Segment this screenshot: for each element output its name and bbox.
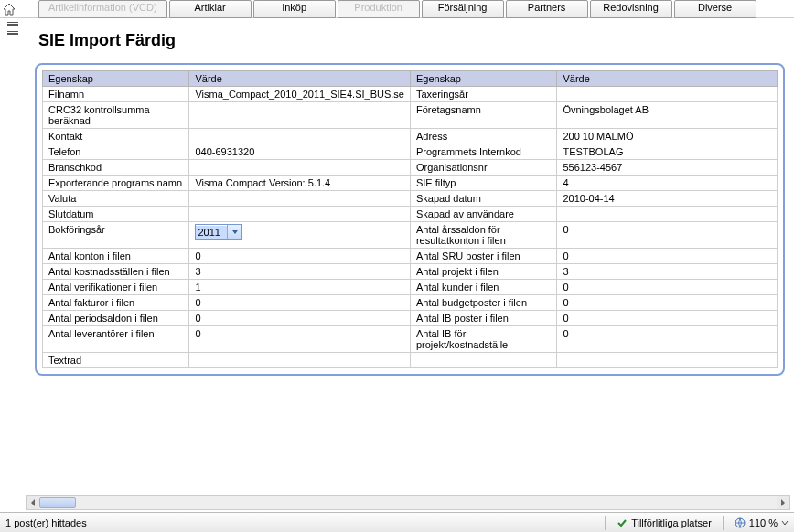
page-title: SIE Import Färdig bbox=[26, 18, 794, 56]
property-value bbox=[557, 207, 778, 222]
table-row: ValutaSkapad datum2010-04-14 bbox=[43, 191, 778, 207]
column-header: Värde bbox=[189, 71, 411, 87]
property-key: Telefon bbox=[43, 144, 189, 160]
year-combo-input[interactable] bbox=[196, 226, 227, 239]
status-right: Tillförlitliga platser 110 % bbox=[605, 516, 789, 530]
tab-0: Artikelinformation (VCD) bbox=[38, 0, 167, 18]
property-key: Programmets Internkod bbox=[410, 144, 556, 160]
property-key: Skapad datum bbox=[410, 191, 556, 207]
property-key: Antal IB för projekt/kostnadställe bbox=[410, 326, 556, 353]
property-key: Antal periodsaldon i filen bbox=[43, 311, 189, 326]
table-row: FilnamnVisma_Compact_2010_2011_SIE4.SI_B… bbox=[43, 87, 778, 102]
property-value: 0 bbox=[189, 311, 411, 326]
property-key: Antal verifikationer i filen bbox=[43, 280, 189, 295]
status-separator bbox=[723, 516, 724, 530]
chevron-down-icon[interactable] bbox=[781, 519, 789, 527]
property-key: Slutdatum bbox=[43, 207, 189, 222]
content-area: SIE Import Färdig EgenskapVärdeEgenskapV… bbox=[26, 18, 794, 495]
property-key: Skapad av användare bbox=[410, 207, 556, 222]
table-row: Textrad bbox=[43, 353, 778, 368]
property-value: Visma_Compact_2010_2011_SIE4.SI_BUS.se bbox=[189, 87, 411, 102]
property-value bbox=[189, 129, 411, 144]
property-value: 0 bbox=[557, 295, 778, 311]
property-key: Antal leverantörer i filen bbox=[43, 326, 189, 353]
property-key: Adress bbox=[410, 129, 556, 144]
property-value: 1 bbox=[189, 280, 411, 295]
table-row: Antal fakturor i filen0Antal budgetposte… bbox=[43, 295, 778, 311]
property-key: Valuta bbox=[43, 191, 189, 207]
property-value: 0 bbox=[557, 222, 778, 249]
property-key: Antal fakturor i filen bbox=[43, 295, 189, 311]
property-key: Textrad bbox=[43, 353, 189, 368]
column-header: Egenskap bbox=[410, 71, 556, 87]
property-key: Antal projekt i filen bbox=[410, 264, 556, 280]
property-value: 200 10 MALMÖ bbox=[557, 129, 778, 144]
table-row: KontaktAdress 200 10 MALMÖ bbox=[43, 129, 778, 144]
property-key: Bokföringsår bbox=[43, 222, 189, 249]
table-row: BranschkodOrganisationsnr556123-4567 bbox=[43, 160, 778, 176]
property-value: 0 bbox=[189, 326, 411, 353]
property-value: 0 bbox=[189, 249, 411, 264]
checkmark-icon bbox=[617, 517, 628, 528]
property-value bbox=[189, 160, 411, 176]
table-row: Antal verifikationer i filen1Antal kunde… bbox=[43, 280, 778, 295]
property-key: Antal IB poster i filen bbox=[410, 311, 556, 326]
scroll-right-arrow[interactable] bbox=[777, 496, 789, 509]
trust-status: Tillförlitliga platser bbox=[617, 517, 712, 528]
tab-6[interactable]: Redovisning bbox=[590, 0, 672, 18]
property-key: Organisationsnr bbox=[410, 160, 556, 176]
property-key: SIE filtyp bbox=[410, 176, 556, 191]
tab-1[interactable]: Artiklar bbox=[169, 0, 252, 18]
rail-menu-icon-2[interactable] bbox=[7, 31, 18, 35]
year-combo[interactable] bbox=[195, 224, 242, 240]
tab-3: Produktion bbox=[338, 0, 420, 18]
property-value: 556123-4567 bbox=[557, 160, 778, 176]
property-value: 0 bbox=[557, 326, 778, 353]
rail-menu-icon[interactable] bbox=[7, 22, 18, 26]
property-key: Antal SRU poster i filen bbox=[410, 249, 556, 264]
app-window: Artikelinformation (VCD)ArtiklarInköpPro… bbox=[0, 0, 794, 532]
left-rail bbox=[0, 18, 26, 494]
tab-4[interactable]: Försäljning bbox=[422, 0, 504, 18]
property-value: 2010-04-14 bbox=[557, 191, 778, 207]
table-row: Antal konton i filen0Antal SRU poster i … bbox=[43, 249, 778, 264]
table-row: CRC32 kontrollsumma beräknadFöretagsnamn… bbox=[43, 102, 778, 129]
property-value bbox=[189, 191, 411, 207]
table-header-row: EgenskapVärdeEgenskapVärde bbox=[43, 71, 778, 87]
property-key: Antal årssaldon för resultatkonton i fil… bbox=[410, 222, 556, 249]
properties-panel: EgenskapVärdeEgenskapVärde FilnamnVisma_… bbox=[35, 63, 785, 376]
property-value: Visma Compact Version: 5.1.4 bbox=[189, 176, 411, 191]
property-key: CRC32 kontrollsumma beräknad bbox=[43, 102, 189, 129]
tab-2[interactable]: Inköp bbox=[253, 0, 336, 18]
property-key: Företagsnamn bbox=[410, 102, 556, 129]
property-value: 3 bbox=[189, 264, 411, 280]
horizontal-scrollbar[interactable] bbox=[26, 495, 790, 510]
home-icon[interactable] bbox=[2, 2, 16, 16]
globe-icon bbox=[735, 517, 746, 528]
tab-5[interactable]: Partners bbox=[506, 0, 588, 18]
property-value: Övningsbolaget AB bbox=[557, 102, 778, 129]
statusbar: 1 post(er) hittades Tillförlitliga plats… bbox=[0, 512, 794, 532]
table-body: FilnamnVisma_Compact_2010_2011_SIE4.SI_B… bbox=[43, 87, 778, 368]
property-value: 040-6931320 bbox=[189, 144, 411, 160]
table-row: Antal periodsaldon i filen0Antal IB post… bbox=[43, 311, 778, 326]
property-key: Branschkod bbox=[43, 160, 189, 176]
column-header: Värde bbox=[557, 71, 778, 87]
zoom-control[interactable]: 110 % bbox=[735, 517, 789, 528]
property-value[interactable] bbox=[189, 222, 411, 249]
status-separator bbox=[605, 516, 606, 530]
property-key: Antal kostnadsställen i filen bbox=[43, 264, 189, 280]
chevron-down-icon[interactable] bbox=[227, 225, 241, 239]
table-row: Antal leverantörer i filen0Antal IB för … bbox=[43, 326, 778, 353]
property-value: 4 bbox=[557, 176, 778, 191]
topbar: Artikelinformation (VCD)ArtiklarInköpPro… bbox=[0, 0, 794, 18]
property-key: Antal kunder i filen bbox=[410, 280, 556, 295]
column-header: Egenskap bbox=[43, 71, 189, 87]
scroll-thumb[interactable] bbox=[39, 497, 76, 508]
property-value: TESTBOLAG bbox=[557, 144, 778, 160]
property-key: Taxeringsår bbox=[410, 87, 556, 102]
scroll-left-arrow[interactable] bbox=[27, 496, 39, 509]
tab-7[interactable]: Diverse bbox=[674, 0, 756, 18]
property-value: 0 bbox=[557, 249, 778, 264]
property-key: Antal budgetposter i filen bbox=[410, 295, 556, 311]
